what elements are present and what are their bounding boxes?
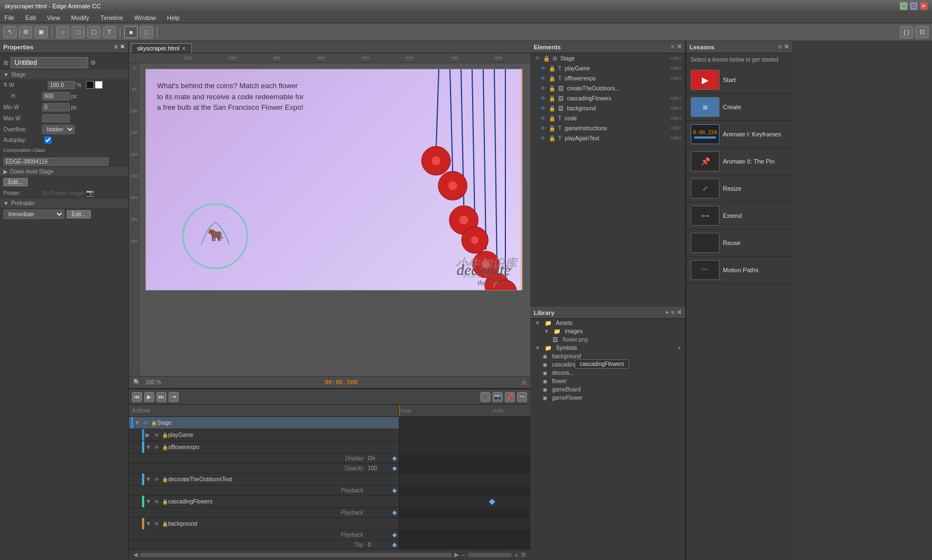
symbols-add-icon[interactable]: + xyxy=(677,345,681,351)
minimize-button[interactable]: – xyxy=(900,2,908,10)
cascading-kf[interactable] xyxy=(489,498,495,505)
tl-layer-stage[interactable]: ▼ 👁 🔒 Stage xyxy=(129,417,399,429)
lesson-start[interactable]: ▶ Start xyxy=(686,67,792,94)
tl-play-btn[interactable]: ▶ xyxy=(144,392,154,402)
elem-cascading-eye[interactable]: 👁 xyxy=(539,94,547,102)
tl-easing[interactable]: 〜 xyxy=(517,392,527,402)
menu-view[interactable]: View xyxy=(45,13,63,22)
lib-gameflower-symbol[interactable]: ◉ gameFlower xyxy=(530,394,685,402)
lessons-panel-icon[interactable]: ≡ xyxy=(778,43,782,50)
elem-stage[interactable]: 👁 🔒 ⊞ Stage <div> xyxy=(530,53,685,63)
elem-gameinstr-lock[interactable]: 🔒 xyxy=(548,124,556,132)
preloader-section[interactable]: ▼ Preloader xyxy=(0,198,128,208)
elem-playgame-eye[interactable]: 👁 xyxy=(539,64,547,72)
tl-play-rewind[interactable]: ⏮ xyxy=(132,392,142,402)
tl-scroll-right[interactable]: ▶ xyxy=(454,551,459,558)
elements-panel-close[interactable]: ✕ xyxy=(677,43,682,50)
tool-transform[interactable]: ⊞ xyxy=(19,26,32,38)
opacity-keyframe-icon[interactable]: ◆ xyxy=(392,465,397,472)
playback-keyframe-1[interactable]: ◆ xyxy=(392,487,397,494)
sfflower-expand-icon[interactable]: ▼ xyxy=(145,444,153,451)
top-keyframe[interactable]: ◆ xyxy=(392,541,397,548)
library-panel-icon[interactable]: ≡ xyxy=(671,309,675,316)
elem-code-lock[interactable]: 🔒 xyxy=(548,114,556,122)
tab-close-icon[interactable]: ✕ xyxy=(181,45,186,52)
maximize-button[interactable]: □ xyxy=(910,2,918,10)
tl-camera[interactable]: 📷 xyxy=(493,392,503,402)
elem-bg-eye[interactable]: 👁 xyxy=(539,104,547,112)
downlevel-section[interactable]: ▶ Down-level Stage xyxy=(0,167,128,176)
elem-stage-lock[interactable]: 🔒 xyxy=(543,54,550,62)
elem-stage-eye[interactable]: 👁 xyxy=(534,54,541,62)
tl-layer-cascading[interactable]: ▼ 👁 🔒 cascadingFlowers xyxy=(129,496,399,508)
min-w-input[interactable] xyxy=(42,103,70,111)
lesson-animate2[interactable]: 📌 Animate II: The Pin xyxy=(686,148,792,175)
playgame-vis-icon[interactable]: 👁 xyxy=(153,432,160,439)
tl-zoom-slider[interactable] xyxy=(468,553,512,557)
cascading-vis-icon[interactable]: 👁 xyxy=(153,498,160,505)
tool-code-view[interactable]: { } xyxy=(900,26,913,38)
poster-camera-icon[interactable]: 📷 xyxy=(86,189,94,197)
tool-select[interactable]: ↖ xyxy=(3,26,17,38)
playgame-expand-icon[interactable]: ▶ xyxy=(145,431,153,439)
elem-sfflower[interactable]: 👁 🔒 T sfflowerexpo <div> xyxy=(530,73,685,83)
tl-layer-playgame[interactable]: ▶ 👁 🔒 playGame xyxy=(129,429,399,441)
composition-title-input[interactable]: Untitled xyxy=(11,57,88,68)
cascading-lock-icon[interactable]: 🔒 xyxy=(161,498,168,505)
elem-sfflower-eye[interactable]: 👁 xyxy=(539,74,547,82)
preloader-edit-btn[interactable]: Edit... xyxy=(67,210,91,218)
lesson-animate1[interactable]: 0:00.250 Animate I: Keyframes xyxy=(686,121,792,148)
tl-step-fwd[interactable]: ⏭ xyxy=(156,392,166,402)
elem-gameinstr-eye[interactable]: 👁 xyxy=(539,124,547,132)
elem-playgame-lock[interactable]: 🔒 xyxy=(548,64,556,72)
playback-keyframe-2[interactable]: ◆ xyxy=(392,509,397,516)
lib-images-folder[interactable]: ▼ 📁 images xyxy=(530,327,685,335)
stage[interactable]: What's behind the coins? Match each flow… xyxy=(145,69,523,291)
menu-help[interactable]: Help xyxy=(165,13,182,22)
preloader-dropdown[interactable]: Immediate Lazy xyxy=(3,210,64,219)
menu-modify[interactable]: Modify xyxy=(69,13,91,22)
lib-flower-png[interactable]: 🖼 flower.png xyxy=(530,335,685,344)
elem-create-lock[interactable]: 🔒 xyxy=(548,84,556,92)
tl-layer-background[interactable]: ▼ 👁 🔒 background xyxy=(129,518,399,530)
stage-vis-icon[interactable]: 👁 xyxy=(142,420,149,426)
color-swatch-black[interactable] xyxy=(86,81,94,89)
elem-playagain[interactable]: 👁 🔒 T playAgainText <div> xyxy=(530,133,685,143)
max-w-input[interactable] xyxy=(42,114,70,123)
lesson-extend[interactable]: ⟷ Extend xyxy=(686,202,792,230)
elem-create[interactable]: 👁 🔒 🖼 createTheOutdoors... xyxy=(530,83,685,93)
elem-playgame[interactable]: 👁 🔒 T playGame <div> xyxy=(530,63,685,73)
lesson-motion-paths[interactable]: 〰 Motion Paths xyxy=(686,257,792,284)
decorate-expand-icon[interactable]: ▼ xyxy=(145,476,153,483)
lib-gameboard-symbol[interactable]: ◉ gameBoard xyxy=(530,385,685,394)
elem-gameinstr[interactable]: 👁 🔒 T gameInstructions <div> xyxy=(530,123,685,133)
timeline-tracks[interactable]: 0:00 0:01 0:02 0:03 xyxy=(399,405,530,549)
tl-record[interactable]: ● xyxy=(480,392,490,402)
tl-scroll-left[interactable]: ◀ xyxy=(133,551,138,558)
lib-assets-folder[interactable]: ▼ 📁 Assets xyxy=(530,319,685,327)
stage-width-input[interactable] xyxy=(48,81,75,89)
playback-keyframe-3[interactable]: ◆ xyxy=(392,531,397,538)
lesson-reuse[interactable]: Reuse xyxy=(686,230,792,257)
library-panel-close[interactable]: ✕ xyxy=(677,309,682,316)
composition-class-input[interactable]: EDGE-38094116 xyxy=(3,157,109,166)
tool-fill[interactable]: ■ xyxy=(124,26,138,38)
background-lock-icon[interactable]: 🔒 xyxy=(161,521,168,527)
tl-layer-sfflowerexpo[interactable]: ▼ 👁 🔒 sfflowerexpo xyxy=(129,441,399,454)
elem-playagain-eye[interactable]: 👁 xyxy=(539,134,547,142)
tab-skyscraper[interactable]: skyscraper.html ✕ xyxy=(131,43,192,53)
playgame-lock-icon[interactable]: 🔒 xyxy=(161,432,168,439)
properties-panel-close[interactable]: ✕ xyxy=(120,43,125,50)
elem-bg-lock[interactable]: 🔒 xyxy=(548,104,556,112)
sfflower-vis-icon[interactable]: 👁 xyxy=(153,444,160,451)
tool-ellipse[interactable]: ○ xyxy=(56,26,69,38)
tl-playhead[interactable] xyxy=(399,405,400,416)
display-keyframe-icon[interactable]: ◆ xyxy=(392,455,397,462)
elem-playagain-lock[interactable]: 🔒 xyxy=(548,134,556,142)
elem-code-eye[interactable]: 👁 xyxy=(539,114,547,122)
tool-clipping[interactable]: ▣ xyxy=(34,26,48,38)
sfflower-lock-icon[interactable]: 🔒 xyxy=(161,444,168,451)
overflow-dropdown[interactable]: hidden visible scroll xyxy=(42,125,75,134)
properties-panel-icon[interactable]: ≡ xyxy=(114,43,118,50)
stage-lock-icon[interactable]: 🔒 xyxy=(150,420,157,426)
